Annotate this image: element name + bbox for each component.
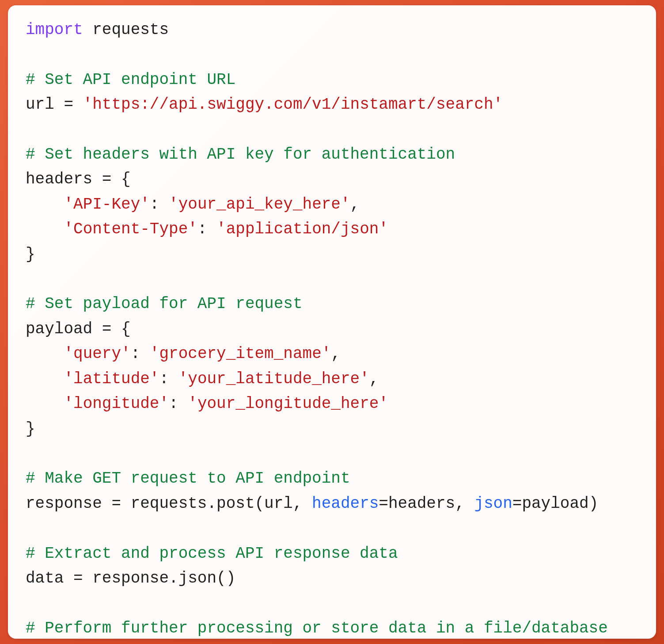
indent: [26, 195, 64, 213]
sep: :: [197, 220, 216, 238]
headers-close: }: [26, 245, 35, 263]
kw-import: import: [26, 21, 83, 39]
call-a: response = requests.post(url,: [26, 495, 312, 513]
hdr-key: 'API-Key': [64, 195, 149, 213]
indent: [26, 370, 64, 388]
data-assign: data = response.json(): [26, 569, 235, 587]
code-block: import requests # Set API endpoint URL u…: [26, 18, 638, 639]
comment-headers: # Set headers with API key for authentic…: [26, 145, 455, 164]
comment-extract: # Extract and process API response data: [26, 545, 398, 563]
indent: [26, 345, 64, 363]
code-card: import requests # Set API endpoint URL u…: [8, 5, 656, 639]
sep: :: [159, 370, 178, 388]
pl-key: 'query': [64, 345, 130, 363]
payload-open: payload = {: [26, 320, 131, 338]
hdr-key: 'Content-Type': [64, 220, 197, 238]
pl-key: 'longitude': [64, 395, 169, 413]
pl-val: 'your_latitude_here': [178, 370, 369, 388]
call-c: =payload): [512, 495, 598, 513]
sep: :: [150, 195, 169, 213]
comment-further: # Perform further processing or store da…: [26, 619, 608, 637]
pl-key: 'latitude': [64, 370, 159, 388]
url-lhs: url =: [26, 95, 83, 114]
indent: [26, 220, 64, 238]
call-b: =headers,: [379, 495, 474, 513]
space: [83, 21, 93, 39]
tail: ,: [350, 195, 360, 213]
indent: [26, 395, 64, 413]
kwarg-headers: headers: [312, 495, 379, 513]
sep: :: [131, 345, 150, 363]
comment-payload: # Set payload for API request: [26, 295, 303, 313]
comment-request: # Make GET request to API endpoint: [26, 469, 350, 488]
payload-close: }: [26, 420, 35, 438]
tail: ,: [369, 370, 379, 388]
comment-endpoint: # Set API endpoint URL: [26, 71, 235, 89]
hdr-val: 'application/json': [216, 220, 388, 238]
url-str: 'https://api.swiggy.com/v1/instamart/sea…: [83, 95, 503, 114]
pl-val: 'grocery_item_name': [150, 345, 331, 363]
sep: :: [169, 395, 188, 413]
kwarg-json: json: [474, 495, 512, 513]
pl-val: 'your_longitude_here': [188, 395, 388, 413]
module-name: requests: [92, 21, 169, 39]
hdr-val: 'your_api_key_here': [169, 195, 350, 213]
tail: ,: [331, 345, 341, 363]
headers-open: headers = {: [26, 170, 131, 188]
